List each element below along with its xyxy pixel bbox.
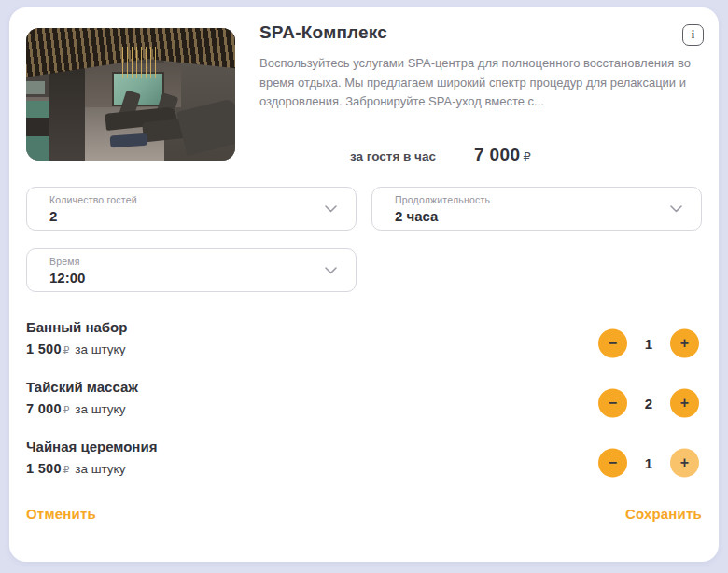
cancel-button[interactable]: Отменить — [26, 506, 96, 522]
addon-stepper: − 1 + — [598, 329, 699, 358]
duration-select[interactable]: Продолжительность 2 часа — [371, 187, 702, 231]
field-label: Продолжительность — [395, 194, 660, 205]
addon-count: 2 — [636, 396, 662, 412]
field-value: 12:00 — [49, 270, 315, 286]
addon-row-tea-ceremony: Чайная церемония 1 500₽ за штуку − 1 + — [26, 436, 702, 490]
ruble-sign: ₽ — [63, 464, 70, 475]
field-value: 2 — [49, 208, 315, 224]
photo-chandelier — [122, 47, 156, 78]
price-row: за гостя в час 7 000₽ — [350, 145, 531, 165]
price-per-guest-label: за гостя в час — [350, 149, 436, 163]
addon-count: 1 — [636, 336, 662, 352]
spa-photo — [26, 28, 235, 161]
plus-button[interactable]: + — [670, 389, 699, 418]
ruble-sign: ₽ — [63, 344, 70, 356]
minus-button[interactable]: − — [598, 389, 627, 418]
addon-count: 1 — [636, 455, 662, 471]
price-value: 7 000₽ — [474, 145, 531, 165]
addon-row-bath-set: Банный набор 1 500₽ за штуку − 1 + — [26, 316, 702, 370]
info-button[interactable]: i — [682, 24, 704, 46]
chevron-down-icon — [325, 267, 337, 274]
time-select[interactable]: Время 12:00 — [26, 248, 357, 292]
photo-towel — [109, 133, 147, 147]
save-button[interactable]: Сохранить — [625, 506, 702, 522]
chevron-down-icon — [670, 205, 682, 213]
field-value: 2 часа — [395, 208, 660, 224]
field-label: Количество гостей — [49, 194, 315, 205]
photo-pool-glow — [26, 81, 45, 94]
addon-row-thai-massage: Тайский массаж 7 000₽ за штуку − 2 + — [26, 376, 702, 430]
plus-button[interactable]: + — [670, 329, 699, 358]
field-label: Время — [49, 256, 315, 267]
ruble-sign: ₽ — [524, 149, 532, 163]
info-icon: i — [692, 28, 694, 42]
plus-button[interactable]: + — [670, 449, 699, 478]
photo-pool — [26, 101, 49, 161]
addon-stepper: − 2 + — [598, 389, 699, 418]
minus-button[interactable]: − — [598, 449, 627, 478]
minus-button[interactable]: − — [598, 329, 627, 358]
chevron-down-icon — [325, 205, 337, 213]
addon-stepper: − 1 + — [598, 449, 699, 478]
page-title: SPA-Комплекс — [259, 22, 387, 43]
ruble-sign: ₽ — [63, 404, 70, 415]
booking-card: SPA-Комплекс i Воспользуйтесь услугами S… — [9, 7, 719, 562]
guests-count-select[interactable]: Количество гостей 2 — [26, 187, 357, 231]
description-text: Воспользуйтесь услугами SPA-центра для п… — [259, 54, 702, 112]
